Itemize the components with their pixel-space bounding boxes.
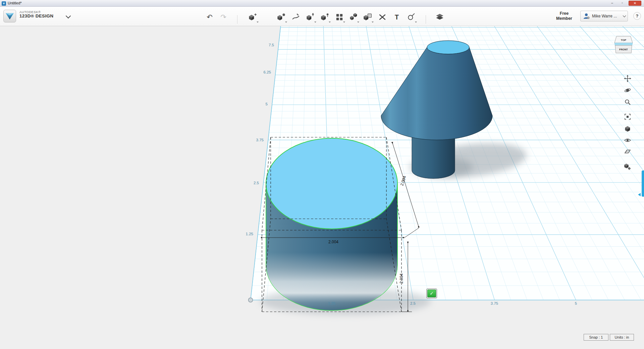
x-axis-label: 3.75 xyxy=(484,301,504,305)
app-window-icon xyxy=(2,1,6,5)
view-cube-front-label: FRONT xyxy=(619,48,628,51)
fit-view-icon xyxy=(624,113,631,120)
panel-handle[interactable] xyxy=(642,170,644,197)
pattern-button[interactable] xyxy=(334,11,345,23)
fit-view-button[interactable] xyxy=(623,112,632,121)
dropdown-arrow-icon xyxy=(329,21,331,23)
user-account-button[interactable]: Mike Warre ... xyxy=(580,11,628,21)
view-cube[interactable]: TOP FRONT xyxy=(613,35,634,56)
grid-toggle-button[interactable] xyxy=(623,147,632,156)
modify-icon xyxy=(321,13,329,21)
minimize-button[interactable]: – xyxy=(608,1,616,6)
construct-icon xyxy=(306,13,315,21)
lamp-cone-top-face[interactable] xyxy=(427,41,469,54)
dropdown-arrow-icon xyxy=(343,21,345,23)
window-title: Untitled* xyxy=(8,1,22,5)
orbit-icon xyxy=(624,87,631,94)
redo-button[interactable]: ↷ xyxy=(218,11,229,23)
text-tool-button[interactable]: T xyxy=(391,11,402,23)
measure-button[interactable] xyxy=(377,11,388,23)
grouping-button[interactable] xyxy=(348,11,359,23)
membership-label: Free Member xyxy=(552,11,577,21)
snap-icon xyxy=(407,13,416,21)
scene-canvas[interactable]: 2.004 2.004 2.004 xyxy=(0,26,644,349)
shaded-cube-icon xyxy=(624,125,631,133)
grouping-icon xyxy=(349,13,358,21)
dropdown-arrow-icon xyxy=(415,21,417,23)
primitives-icon xyxy=(277,13,286,21)
selected-cylinder[interactable] xyxy=(266,138,397,310)
grid-origin xyxy=(249,298,253,302)
material-settings-button[interactable] xyxy=(623,162,632,171)
view-cube-top-label: TOP xyxy=(621,39,627,42)
snap-button[interactable] xyxy=(406,11,417,23)
transform-icon xyxy=(249,13,257,21)
material-gear-icon xyxy=(624,163,631,170)
brand-text: AUTODESK® 123D® DESIGN xyxy=(19,10,53,19)
pattern-icon xyxy=(335,13,344,21)
close-button[interactable]: ✕ xyxy=(629,1,641,6)
user-name: Mike Warre ... xyxy=(592,14,622,18)
combine-button[interactable] xyxy=(362,11,374,23)
avatar-icon xyxy=(583,12,590,20)
pan-button[interactable] xyxy=(623,74,632,83)
eye-icon xyxy=(624,137,631,144)
toolbar-separator xyxy=(426,15,426,24)
material-icon xyxy=(435,13,444,21)
confirm-button[interactable]: ✓ xyxy=(426,289,437,298)
y-axis-label: 6.25 xyxy=(251,70,271,74)
y-axis-label: 1.25 xyxy=(233,232,253,236)
text-tool-icon: T xyxy=(392,13,401,21)
maximize-button[interactable]: ▫ xyxy=(618,1,627,6)
transform-button[interactable] xyxy=(247,11,259,23)
svg-text:T: T xyxy=(395,13,399,21)
dropdown-arrow-icon xyxy=(372,21,374,23)
main-toolbar: AUTODESK® 123D® DESIGN ↶ ↷ xyxy=(0,7,644,26)
dropdown-arrow-icon xyxy=(314,21,316,23)
width-dimension-label: 2.004 xyxy=(328,240,338,244)
x-axis-label: 1.25 xyxy=(322,301,342,305)
titlebar: Untitled* – ▫ ✕ xyxy=(0,0,644,7)
view-cube-edge-highlight[interactable] xyxy=(614,43,633,45)
dropdown-arrow-icon xyxy=(285,21,287,23)
combine-icon xyxy=(364,13,372,21)
brand-product: 123D® DESIGN xyxy=(19,14,53,19)
visibility-button[interactable] xyxy=(623,136,632,145)
zoom-icon xyxy=(624,98,631,106)
orbit-button[interactable] xyxy=(623,86,632,95)
y-axis-label: 5 xyxy=(248,102,268,106)
sketch-icon xyxy=(291,13,300,21)
pan-icon xyxy=(624,75,631,82)
redo-icon: ↷ xyxy=(220,13,226,21)
x-axis-label: 2.5 xyxy=(403,301,423,305)
help-button[interactable]: ? xyxy=(633,12,641,20)
shading-mode-button[interactable] xyxy=(623,124,632,134)
account-chevron-icon xyxy=(623,14,626,17)
zoom-button[interactable] xyxy=(623,97,632,107)
autodesk-123d-logo[interactable] xyxy=(3,10,16,22)
app-menu-chevron-icon[interactable] xyxy=(66,13,71,19)
modify-button[interactable] xyxy=(319,11,331,23)
toolbar-separator xyxy=(237,15,237,24)
material-button[interactable] xyxy=(434,11,445,23)
dropdown-arrow-icon xyxy=(357,21,359,23)
undo-button[interactable]: ↶ xyxy=(204,11,215,23)
checkmark-icon: ✓ xyxy=(427,290,436,297)
y-axis-label: 2.5 xyxy=(239,181,259,185)
cylinder-top-face[interactable] xyxy=(266,138,397,229)
construct-button[interactable] xyxy=(305,11,316,23)
measure-icon xyxy=(378,13,387,21)
units-setting[interactable]: Units : in xyxy=(610,334,634,341)
sketch-button[interactable] xyxy=(290,11,302,23)
primitives-button[interactable] xyxy=(276,11,287,23)
y-axis-label: 3.75 xyxy=(244,138,264,142)
undo-icon: ↶ xyxy=(207,13,213,21)
snap-setting[interactable]: Snap : 1 xyxy=(584,334,608,341)
y-axis-label: 7.5 xyxy=(254,43,274,47)
height-dimension-label: 2.004 xyxy=(399,273,404,284)
viewport: 2.004 2.004 2.004 7.5 6.25 5 3.75 2.5 1.… xyxy=(0,26,644,349)
x-axis-label: 5 xyxy=(566,301,586,305)
ground-plane-icon xyxy=(624,148,631,155)
dropdown-arrow-icon xyxy=(257,21,259,23)
panel-expand-arrow-icon[interactable] xyxy=(638,193,641,196)
